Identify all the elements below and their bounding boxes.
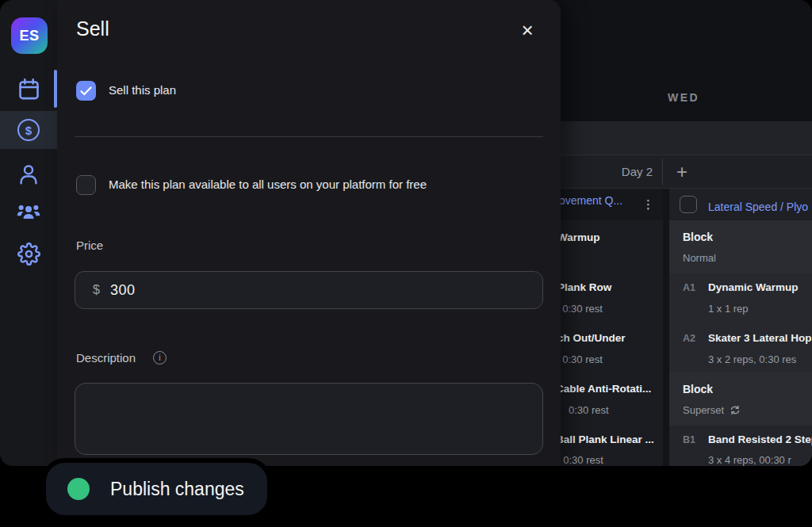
exercise-order-label: A2 xyxy=(683,331,695,346)
block-type: Superset xyxy=(683,403,741,418)
avatar[interactable]: ES xyxy=(11,17,48,54)
block-header: Block xyxy=(683,382,713,396)
exercise-meta: 0:30 rest xyxy=(569,403,609,418)
superset-cycle-icon xyxy=(730,405,741,415)
modal-title: Sell xyxy=(76,17,109,40)
exercise-meta: 3 x 2 reps, 0:30 res xyxy=(708,353,796,367)
gear-icon xyxy=(17,242,40,265)
workout-column-left: ovement Q... ⋮ Warmup Plank Row , 0:30 r… xyxy=(561,189,663,466)
exercise-meta: , 0:30 rest xyxy=(561,353,603,367)
info-icon[interactable]: i xyxy=(153,351,167,365)
description-label: Description xyxy=(76,351,136,365)
block-type: Normal xyxy=(683,251,716,265)
sidebar-item-settings[interactable] xyxy=(0,235,57,273)
person-icon xyxy=(17,162,40,186)
exercise-meta: . 0:30 rest xyxy=(561,453,603,466)
price-label: Price xyxy=(76,239,103,253)
workout-title-link[interactable]: ovement Q... xyxy=(561,193,622,208)
exercise-name[interactable]: Warmup xyxy=(561,231,600,245)
price-input[interactable]: $ 300 xyxy=(75,271,543,309)
sell-this-plan-checkbox[interactable] xyxy=(76,81,96,101)
sell-modal: Sell × Sell this plan Make this plan ava… xyxy=(57,0,561,466)
sidebar-item-client[interactable] xyxy=(0,155,57,193)
dollar-icon: $ xyxy=(17,119,40,141)
weekday-header: WED xyxy=(668,90,699,105)
workout-column-right: Lateral Speed / Plyo Block Normal A1 Dyn… xyxy=(669,189,812,466)
exercise-name[interactable]: Dynamic Warmup xyxy=(708,281,799,295)
exercise-name[interactable]: Cable Anti-Rotati... xyxy=(561,382,651,396)
exercise-meta: 1 x 1 rep xyxy=(708,302,749,316)
workout-select-checkbox[interactable] xyxy=(680,196,697,213)
exercise-order-label: A1 xyxy=(683,281,695,295)
close-icon[interactable]: × xyxy=(515,17,540,43)
people-icon xyxy=(16,200,41,225)
add-day-button[interactable]: + xyxy=(669,159,695,185)
free-plan-label: Make this plan available to all users on… xyxy=(109,178,427,192)
publish-changes-button[interactable]: Publish changes xyxy=(41,458,272,520)
checkmark-icon xyxy=(80,86,92,96)
exercise-meta: 3 x 4 reps, 00:30 r xyxy=(708,453,791,466)
description-textarea[interactable] xyxy=(75,383,543,455)
publish-changes-label: Publish changes xyxy=(110,479,244,500)
exercise-order-label: B1 xyxy=(683,433,695,447)
sidebar-item-payments[interactable]: $ xyxy=(0,111,57,149)
sell-this-plan-label: Sell this plan xyxy=(109,83,176,97)
block-header: Block xyxy=(683,230,713,244)
app-window: WED Day 2 + ovement Q... ⋮ Warmup Plank … xyxy=(0,0,812,466)
workout-column-left-header: ovement Q... ⋮ xyxy=(561,189,663,220)
currency-symbol: $ xyxy=(93,283,100,297)
exercise-name[interactable]: Skater 3 Lateral Hop xyxy=(708,331,812,346)
workout-title-link[interactable]: Lateral Speed / Plyo xyxy=(708,200,808,214)
status-dot-icon xyxy=(67,478,90,500)
sidebar: ES $ xyxy=(0,0,57,466)
kebab-menu-icon[interactable]: ⋮ xyxy=(642,197,654,212)
exercise-meta: , 0:30 rest xyxy=(561,302,603,316)
free-plan-checkbox[interactable] xyxy=(76,175,96,195)
exercise-name[interactable]: Ball Plank Linear ... xyxy=(561,433,654,447)
sidebar-item-teams[interactable] xyxy=(0,193,57,231)
exercise-name[interactable]: ch Out/Under xyxy=(561,331,626,346)
price-value: 300 xyxy=(110,282,136,299)
column-divider xyxy=(662,158,663,185)
column-gap xyxy=(663,189,669,466)
screenshot-canvas: WED Day 2 + ovement Q... ⋮ Warmup Plank … xyxy=(0,0,812,527)
exercise-name[interactable]: Plank Row xyxy=(561,281,611,295)
sidebar-item-calendar[interactable] xyxy=(0,70,57,108)
day-label[interactable]: Day 2 xyxy=(561,165,653,179)
exercise-name[interactable]: Band Resisted 2 Step xyxy=(708,433,812,447)
divider xyxy=(75,136,543,137)
calendar-icon xyxy=(17,77,41,101)
